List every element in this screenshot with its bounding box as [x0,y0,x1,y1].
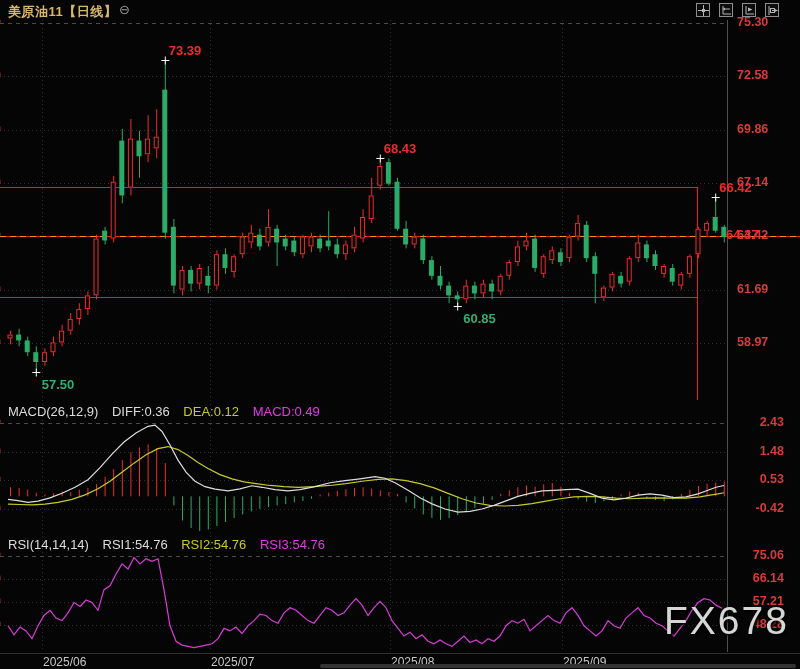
rsi-name-label: RSI(14,14,14) [8,537,89,552]
axis-tick-label: -0.42 [745,501,784,516]
scrollbar-thumb[interactable] [320,664,796,668]
axis-tick-label: 66.14 [745,571,784,586]
clipped-axis-digit: 0 [0,571,4,586]
clipped-axis-digit: 0 [0,175,4,190]
chart-window: { "window": {"title": "美原油11【日线】", "coll… [0,0,800,669]
macd-header: MACD(26,12,9) DIFF:0.36 DEA:0.12 MACD:0.… [8,404,330,419]
high-price-annotation: 73.39 [169,43,202,58]
axis-tick-label: 75.06 [745,548,784,563]
axis-tick-label: 72.58 [737,68,768,83]
low-price-annotation: 57.50 [42,377,75,392]
rsi1-value: RSI1:54.76 [103,537,168,552]
instrument-title: 美原油11【日线】 [8,3,117,21]
clipped-axis-digit: 0 [0,594,4,609]
clipped-axis-digit: 0 [0,444,4,459]
macd-name-label: MACD(26,12,9) [8,404,98,419]
macd-dea-value: DEA:0.12 [183,404,239,419]
clipped-axis-digit: 0 [0,548,4,563]
macd-macd-value: MACD:0.49 [253,404,320,419]
date-axis-label: 2025/06 [43,655,86,669]
rsi-header: RSI(14,14,14) RSI1:54.76 RSI2:54.76 RSI3… [8,537,335,552]
axis-tick-label: 0.53 [745,472,784,487]
clipped-axis-digit: 0 [0,415,4,430]
watermark: FX678 [664,599,789,643]
rsi3-value: RSI3:54.76 [260,537,325,552]
axis-compress-button[interactable] [719,3,733,17]
axis-expand-button[interactable] [742,3,756,17]
macd-diff-value: DIFF:0.36 [112,404,170,419]
axis-separator [0,653,800,654]
clipped-axis-digit: 0 [0,472,4,487]
axis-tick-label: 61.69 [737,282,768,297]
chart-toolbar [696,3,779,17]
axis-tick-label: 58.97 [737,335,768,350]
clipped-axis-digit: 0 [0,122,4,137]
axis-tick-label: 64.42 [737,228,768,243]
high-price-annotation: 66.42 [719,180,752,195]
date-axis-label: 2025/07 [211,655,254,669]
clipped-axis-digit: 0 [0,335,4,350]
clipped-axis-digit: 0 [0,282,4,297]
axis-tick-label: 1.48 [745,444,784,459]
collapse-icon[interactable]: ⊖ [119,2,130,17]
clipped-axis-digit: 0 [0,68,4,83]
axis-tick-label: 69.86 [737,122,768,137]
rsi2-value: RSI2:54.76 [181,537,246,552]
crosshair-button[interactable] [696,3,710,17]
high-price-annotation: 68.43 [384,141,417,156]
clipped-axis-digit: 0 [0,617,4,632]
axis-tick-label: 2.43 [745,415,784,430]
clipped-axis-digit: 0 [0,501,4,516]
pan-right-button[interactable] [765,3,779,17]
axis-tick-label: 75.30 [737,15,768,30]
clipped-axis-digit: 0 [0,228,4,243]
chart-canvas[interactable] [0,0,800,669]
low-price-annotation: 60.85 [463,311,496,326]
clipped-axis-digit: 0 [0,15,4,30]
